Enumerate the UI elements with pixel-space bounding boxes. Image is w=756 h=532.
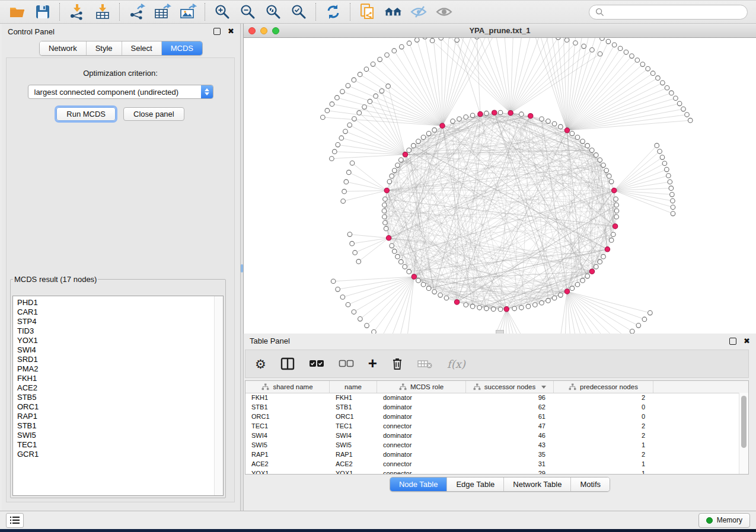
criterion-dropdown[interactable]: largest connected component (undirected) [28,85,213,99]
table-row[interactable]: SWI5SWI5connector431 [245,440,739,450]
table-cell: TEC1 [245,422,330,430]
table-row[interactable]: SWI4SWI4dominator462 [245,431,739,440]
mcds-result-item[interactable]: SWI5 [17,431,214,440]
mcds-result-item[interactable]: TID3 [17,326,214,336]
memory-button[interactable]: Memory [698,513,750,528]
save-session-icon[interactable] [34,3,52,21]
mcds-result-item[interactable]: STB5 [17,393,214,402]
table-row[interactable]: FKH1FKH1dominator962 [245,393,739,402]
close-panel-button[interactable]: Close panel [123,107,184,121]
table-cell: FKH1 [330,394,377,401]
import-network-icon[interactable] [68,3,86,21]
first-neighbors-icon[interactable] [384,3,402,21]
table-settings-icon[interactable]: ⚙ [255,355,266,373]
add-column-icon[interactable]: + [368,354,377,372]
split-view-icon[interactable] [280,355,295,373]
network-graph[interactable] [244,38,756,334]
table-cell: STB1 [330,403,377,411]
table-row[interactable]: STB1STB1dominator620 [245,402,739,412]
mcds-result-item[interactable]: RAP1 [17,412,214,421]
table-row[interactable]: ACE2ACE2connector311 [245,459,739,469]
duplicate-network-icon[interactable] [359,3,377,21]
mcds-result-item[interactable]: YOX1 [17,336,214,345]
mcds-result-item[interactable]: STB1 [17,421,214,431]
mcds-result-item[interactable]: SWI4 [17,345,214,355]
column-header-label: name [344,383,362,390]
show-all-icon[interactable] [435,3,453,21]
mcds-result-item[interactable]: CAR1 [17,307,214,317]
mcds-result-item[interactable]: STP4 [17,317,214,326]
mcds-result-item[interactable]: TEC1 [17,440,214,450]
table-cell: ACE2 [330,460,377,467]
open-file-icon[interactable] [8,3,26,21]
select-all-icon[interactable] [309,355,324,373]
column-header-predecessor-nodes[interactable]: predecessor nodes [554,381,653,393]
close-panel-icon[interactable]: ✖ [744,338,750,344]
table-row[interactable]: RAP1RAP1dominator352 [245,450,739,459]
mcds-tab-content: Optimization criterion: largest connecte… [6,57,235,502]
zoom-selected-icon[interactable] [290,3,308,21]
panel-list-button[interactable] [6,513,24,528]
network-canvas[interactable] [244,38,756,334]
tab-edge-table[interactable]: Edge Table [447,477,504,491]
column-header-name[interactable]: name [330,381,377,393]
table-cell: connector [377,422,466,430]
export-network-icon[interactable] [128,3,146,21]
refresh-icon[interactable] [324,3,342,21]
table-row[interactable]: YOX1YOX1connector291 [245,469,739,474]
tab-motifs[interactable]: Motifs [571,477,610,491]
delete-table-icon [417,355,433,373]
search-field[interactable] [589,5,748,20]
mcds-result-item[interactable]: ACE2 [17,383,214,393]
tab-node-table[interactable]: Node Table [390,477,448,491]
search-icon [595,8,604,17]
tab-select[interactable]: Select [122,41,162,55]
mcds-result-item[interactable]: ORC1 [17,402,214,412]
table-row[interactable]: ORC1ORC1dominator610 [245,412,739,421]
run-mcds-button[interactable]: Run MCDS [56,107,116,121]
float-panel-icon[interactable] [213,28,221,35]
table-cell: connector [377,460,466,467]
tab-network-table[interactable]: Network Table [504,477,571,491]
hide-selected-icon[interactable] [410,3,428,21]
result-list-scrollbar[interactable] [214,296,223,495]
tab-network[interactable]: Network [40,41,87,55]
table-cell: 2 [554,432,653,439]
table-cell: ORC1 [330,413,377,420]
mcds-result-item[interactable]: GCR1 [17,450,214,459]
mcds-result-item[interactable]: PMA2 [17,364,214,374]
export-image-icon[interactable] [179,3,197,21]
scrollbar-thumb[interactable] [741,396,747,448]
table-scrollbar[interactable] [739,393,748,474]
toolbar-separator [119,3,120,21]
deselect-all-icon[interactable] [339,355,354,373]
zoom-in-icon[interactable] [213,3,231,21]
mcds-result-item[interactable]: PHD1 [17,298,214,307]
column-header-shared-name[interactable]: shared name [245,381,330,393]
column-header-successor-nodes[interactable]: successor nodes [466,381,554,393]
column-header-MCDS-role[interactable]: MCDS role [377,381,466,393]
zoom-out-icon[interactable] [239,3,257,21]
import-table-icon[interactable] [94,3,111,21]
mcds-result-item[interactable]: SRD1 [17,355,214,364]
float-panel-icon[interactable] [729,338,736,345]
main-toolbar [0,0,756,24]
table-row[interactable]: TEC1TEC1connector472 [245,421,739,431]
table-cell: 31 [466,460,554,467]
close-panel-icon[interactable]: ✖ [228,28,234,34]
delete-column-icon[interactable] [391,355,403,373]
mcds-result-item[interactable]: FKH1 [17,374,214,383]
network-view-window: YPA_prune.txt_1 [243,24,756,334]
column-type-icon [261,383,269,390]
tab-style[interactable]: Style [87,41,122,55]
zoom-fit-icon[interactable] [264,3,282,21]
column-header-label: predecessor nodes [580,383,638,390]
control-panel: Control Panel ✖ NetworkStyleSelectMCDS O… [2,24,241,511]
export-table-icon[interactable] [154,3,171,21]
toolbar-separator [350,3,351,21]
table-cell: dominator [377,451,466,458]
tab-mcds[interactable]: MCDS [162,41,202,55]
search-input[interactable] [608,7,741,17]
memory-label: Memory [717,516,742,524]
control-panel-tabs: NetworkStyleSelectMCDS [39,41,203,56]
